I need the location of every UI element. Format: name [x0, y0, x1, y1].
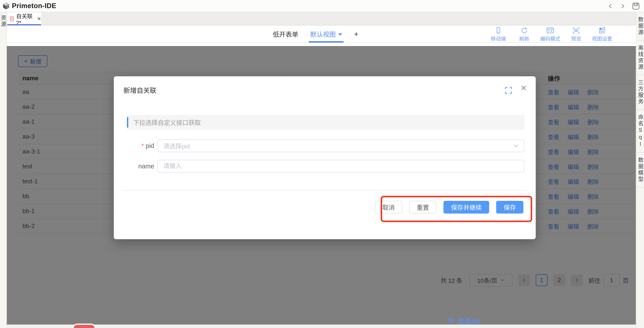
toolbar-view-settings-button[interactable]: 视图设置 — [589, 27, 615, 42]
view-bar: 低开表单 默认视图 + 移动端 刷新 — [7, 25, 636, 43]
fullscreen-icon[interactable] — [504, 86, 512, 94]
right-sidebar: 数据源 离线资源 三方服务 命名Sql 数据模型 — [636, 12, 644, 328]
view-toolbar: 移动端 刷新 编码模式 — [486, 27, 615, 42]
bottom-scroll-strip — [7, 325, 636, 328]
toolbar-mobile-button[interactable]: 移动端 — [486, 27, 511, 42]
title-bar: Primeton-IDE — [0, 0, 644, 12]
toolbar-code-mode-button[interactable]: 编码模式 — [537, 27, 563, 42]
form-row-name: name — [114, 160, 536, 172]
view-settings-icon — [598, 27, 606, 34]
file-tab-strip: 自关联2* ✕ — [7, 12, 636, 25]
section-header-bar: 下拉选择自定义接口获取 — [127, 115, 524, 130]
pid-label: pid — [114, 140, 154, 152]
tab-default-view[interactable]: 默认视图 — [310, 25, 342, 42]
right-sidebar-item[interactable]: 离线资源 — [637, 40, 644, 75]
view-tabs: 低开表单 默认视图 + — [273, 25, 358, 42]
chevron-down-icon[interactable] — [338, 33, 342, 36]
code-mode-icon — [546, 27, 554, 34]
annotation-red-pill — [72, 324, 96, 328]
sidebar-item-resources[interactable]: 资源 — [0, 15, 7, 328]
app-logo-icon — [3, 2, 10, 10]
save-and-continue-button[interactable]: 保存并继续 — [444, 201, 489, 214]
right-sidebar-item[interactable]: 命名Sql — [637, 110, 644, 153]
tab-low-code-form[interactable]: 低开表单 — [273, 29, 298, 39]
file-tab-label: 自关联2* — [16, 12, 34, 26]
preview-eye-icon — [572, 27, 580, 34]
section-accent-bar — [127, 117, 128, 128]
dialog-footer: 取消 重置 保存并继续 保存 — [375, 201, 524, 214]
cancel-button[interactable]: 取消 — [375, 201, 402, 214]
right-sidebar-item[interactable]: 数据源 — [637, 12, 644, 40]
file-doc-icon — [10, 16, 14, 22]
view-api-link[interactable]: 查看Api — [447, 316, 480, 325]
dialog-title: 新增自关联 — [124, 85, 156, 95]
pid-select[interactable]: 请选择pid — [158, 140, 524, 152]
pid-placeholder: 请选择pid — [163, 142, 514, 150]
right-sidebar-item[interactable]: 数据模型 — [637, 153, 644, 187]
left-sidebar: 资源 — [0, 12, 7, 328]
reset-button[interactable]: 重置 — [409, 201, 436, 214]
save-icon[interactable] — [632, 2, 640, 10]
section-header-label: 下拉选择自定义接口获取 — [133, 115, 201, 130]
mobile-icon — [495, 27, 502, 34]
form-row-pid: pid 请选择pid — [114, 140, 536, 152]
chevron-down-icon — [514, 144, 518, 148]
footer-divider — [122, 190, 527, 190]
right-sidebar-item[interactable]: 三方服务 — [637, 75, 644, 110]
toolbar-refresh-button[interactable]: 刷新 — [511, 27, 537, 42]
name-label: name — [114, 160, 154, 172]
eye-icon — [447, 317, 455, 324]
app-title: Primeton-IDE — [12, 2, 56, 10]
name-input[interactable] — [158, 160, 524, 172]
refresh-icon — [520, 27, 528, 34]
primeton-ide-window: Primeton-IDE 资源 数据源 离线资源 — [0, 0, 644, 328]
nav-back-icon[interactable] — [608, 3, 613, 9]
toolbar-preview-button[interactable]: 预览 — [563, 27, 589, 42]
add-self-relation-dialog: 新增自关联 ✕ 下拉选择自定义接口获取 pid 请选择pid name 取消 — [114, 76, 536, 239]
file-tab-close-icon[interactable]: ✕ — [37, 16, 41, 22]
dialog-close-icon[interactable]: ✕ — [520, 84, 527, 92]
save-button[interactable]: 保存 — [496, 201, 524, 214]
nav-forward-icon[interactable] — [620, 3, 626, 9]
file-tab-self-relation[interactable]: 自关联2* ✕ — [7, 12, 41, 25]
add-view-tab-button[interactable]: + — [354, 30, 358, 38]
